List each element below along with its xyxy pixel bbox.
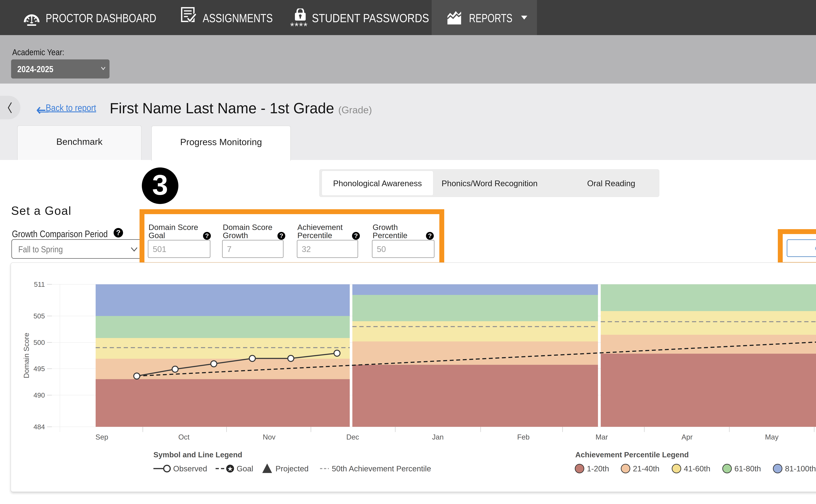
svg-text:484: 484 xyxy=(33,423,45,431)
svg-text:Domain Score: Domain Score xyxy=(22,333,30,378)
svg-text:May: May xyxy=(765,433,778,441)
svg-text:1-20th: 1-20th xyxy=(587,464,609,473)
svg-text:500: 500 xyxy=(33,339,45,346)
svg-text:41-60th: 41-60th xyxy=(684,464,710,473)
svg-text:Observed: Observed xyxy=(173,464,207,473)
svg-text:490: 490 xyxy=(33,391,45,399)
svg-text:495: 495 xyxy=(33,365,45,373)
svg-text:★: ★ xyxy=(227,465,233,472)
svg-text:Goal: Goal xyxy=(237,464,253,473)
svg-text:Jan: Jan xyxy=(432,433,444,441)
svg-text:Achievement Percentile Legend: Achievement Percentile Legend xyxy=(575,450,689,459)
svg-text:511: 511 xyxy=(34,281,45,288)
svg-text:Symbol and Line Legend: Symbol and Line Legend xyxy=(153,450,242,459)
svg-text:505: 505 xyxy=(33,312,45,320)
svg-text:Nov: Nov xyxy=(263,433,275,441)
svg-text:Apr: Apr xyxy=(682,433,693,441)
svg-text:81-100th: 81-100th xyxy=(785,464,816,473)
svg-text:Oct: Oct xyxy=(178,433,189,441)
svg-text:Sep: Sep xyxy=(95,433,108,441)
svg-text:Dec: Dec xyxy=(346,433,359,441)
svg-text:Projected: Projected xyxy=(275,464,309,473)
svg-text:61-80th: 61-80th xyxy=(734,464,761,473)
svg-text:Feb: Feb xyxy=(517,433,530,441)
svg-text:21-40th: 21-40th xyxy=(633,464,659,473)
svg-text:Mar: Mar xyxy=(596,433,608,441)
svg-text:50th Achievement Percentile: 50th Achievement Percentile xyxy=(332,464,431,473)
